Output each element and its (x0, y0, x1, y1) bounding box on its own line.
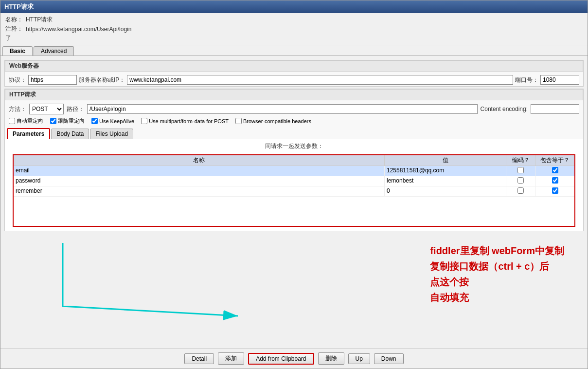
encoding-input[interactable] (531, 104, 579, 114)
annotation-arrow (4, 233, 345, 340)
main-tabs: Basic Advanced (0, 45, 588, 55)
annotation-area: fiddler里复制 webForm中复制 复制接口数据（ctrl + c）后 … (4, 233, 584, 340)
web-server-section: Web服务器 协议： 服务器名称或IP： 端口号： (4, 60, 584, 87)
up-button[interactable]: Up (348, 353, 370, 364)
params-container: 名称 值 编码？ 包含等于？ email 1255811581@qq.com (13, 154, 575, 227)
annotation-line2: 复制接口数据（ctrl + c）后 (430, 258, 564, 274)
protocol-input[interactable] (28, 75, 77, 85)
auto-redirect-checkbox[interactable]: 自动重定向 (9, 117, 43, 125)
col-name-header: 名称 (14, 155, 385, 166)
cell-value-0: 1255811581@qq.com (385, 166, 506, 176)
add-clipboard-button[interactable]: Add from Clipboard (248, 353, 314, 365)
title-bar: HTTP请求 (0, 0, 588, 13)
http-request-section: HTTP请求 方法： POST GET PUT DELETE 路径： Conte… (4, 89, 584, 231)
annotation-line1: fiddler里复制 webForm中复制 (430, 243, 564, 258)
cell-value-2: 0 (385, 186, 506, 196)
main-window: HTTP请求 名称： HTTP请求 注释： https://www.ketang… (0, 0, 588, 369)
bottom-toolbar: Detail 添加 Add from Clipboard 删除 Up Down (0, 348, 588, 369)
annotation-line3: 点这个按 (430, 274, 564, 290)
browser-headers-checkbox[interactable]: Browser-compatible headers (235, 118, 311, 124)
info-section: 名称： HTTP请求 注释： https://www.ketangpai.com… (0, 13, 588, 45)
tab-advanced[interactable]: Advanced (34, 46, 74, 55)
window-title: HTTP请求 (4, 2, 34, 11)
tab-files-upload[interactable]: Files Upload (90, 129, 133, 139)
cell-encode-2 (506, 186, 535, 196)
detail-button[interactable]: Detail (184, 353, 214, 364)
contain-cb-1[interactable] (552, 177, 558, 184)
comment-row: 注释： https://www.ketangpai.com/UserApi/lo… (5, 24, 583, 34)
cell-contain-1 (535, 176, 574, 186)
cell-value-1: lemonbest (385, 176, 506, 186)
cell-name-2: remember (14, 186, 385, 196)
auto-redirect-input[interactable] (9, 118, 15, 124)
encode-cb-2[interactable] (517, 187, 524, 194)
send-params-label: 同请求一起发送参数： (9, 141, 579, 152)
params-header-row: 名称 值 编码？ 包含等于？ (14, 155, 574, 166)
name-value: HTTP请求 (26, 16, 53, 24)
follow-redirect-input[interactable] (50, 118, 56, 124)
empty-space (14, 197, 574, 226)
browser-headers-label: Browser-compatible headers (243, 118, 311, 124)
cell-encode-0 (506, 166, 535, 176)
contain-cb-2[interactable] (552, 187, 558, 194)
auto-redirect-label: 自动重定向 (17, 117, 43, 125)
annotation-line4: 自动填充 (430, 290, 564, 305)
tab-body-data[interactable]: Body Data (51, 129, 89, 139)
extra-row: 了 (5, 34, 583, 43)
cell-contain-2 (535, 186, 574, 196)
params-area: 同请求一起发送参数： 名称 值 编码？ 包含等于？ email 12558115… (5, 139, 583, 231)
method-row: 方法： POST GET PUT DELETE 路径： Content enco… (5, 102, 583, 116)
http-request-header: HTTP请求 (5, 89, 583, 100)
name-row: 名称： HTTP请求 (5, 15, 583, 24)
col-value-header: 值 (385, 155, 506, 166)
encode-cb-1[interactable] (517, 177, 524, 184)
comment-value: https://www.ketangpai.com/UserApi/login (26, 26, 131, 33)
table-row[interactable]: remember 0 (14, 186, 574, 197)
add-button[interactable]: 添加 (218, 352, 244, 365)
contain-cb-0[interactable] (552, 167, 558, 173)
protocol-label: 协议： (9, 76, 26, 84)
method-select[interactable]: POST GET PUT DELETE (29, 104, 64, 114)
table-row[interactable]: email 1255811581@qq.com (14, 166, 574, 176)
cell-contain-0 (535, 166, 574, 176)
table-row[interactable]: password lemonbest (14, 176, 574, 186)
col-contain-header: 包含等于？ (535, 155, 574, 166)
cell-name-1: password (14, 176, 385, 186)
follow-redirect-label: 跟随重定向 (58, 117, 85, 125)
down-button[interactable]: Down (374, 353, 404, 364)
delete-button[interactable]: 删除 (318, 352, 344, 365)
web-server-header: Web服务器 (5, 60, 583, 72)
annotation-text: fiddler里复制 webForm中复制 复制接口数据（ctrl + c）后 … (430, 243, 564, 305)
encode-cb-0[interactable] (517, 167, 524, 173)
server-input[interactable] (127, 75, 513, 85)
path-input[interactable] (87, 104, 478, 114)
server-label: 服务器名称或IP： (79, 76, 125, 84)
checkboxes-row: 自动重定向 跟随重定向 Use KeepAlive Use multipart/… (5, 116, 583, 126)
method-label: 方法： (9, 105, 26, 113)
follow-redirect-checkbox[interactable]: 跟随重定向 (50, 117, 85, 125)
encoding-label: Content encoding: (481, 106, 528, 112)
path-label: 路径： (67, 105, 84, 113)
keep-alive-input[interactable] (91, 118, 98, 124)
keep-alive-label: Use KeepAlive (99, 118, 134, 124)
tab-basic[interactable]: Basic (2, 46, 33, 55)
tab-parameters[interactable]: Parameters (7, 128, 50, 139)
multipart-checkbox[interactable]: Use multipart/form-data for POST (141, 118, 229, 124)
port-label: 端口号： (515, 76, 538, 84)
name-label: 名称： (5, 16, 23, 24)
cell-encode-1 (506, 176, 535, 186)
browser-headers-input[interactable] (235, 118, 242, 124)
cell-name-0: email (14, 166, 385, 176)
multipart-label: Use multipart/form-data for POST (149, 118, 229, 124)
port-input[interactable] (540, 75, 579, 85)
comment-label: 注释： (5, 25, 23, 33)
keep-alive-checkbox[interactable]: Use KeepAlive (91, 118, 134, 124)
inner-tabs: Parameters Body Data Files Upload (5, 126, 583, 139)
col-encode-header: 编码？ (506, 155, 535, 166)
server-row: 协议： 服务器名称或IP： 端口号： (5, 74, 583, 86)
extra-value: 了 (5, 34, 11, 42)
multipart-input[interactable] (141, 118, 147, 124)
